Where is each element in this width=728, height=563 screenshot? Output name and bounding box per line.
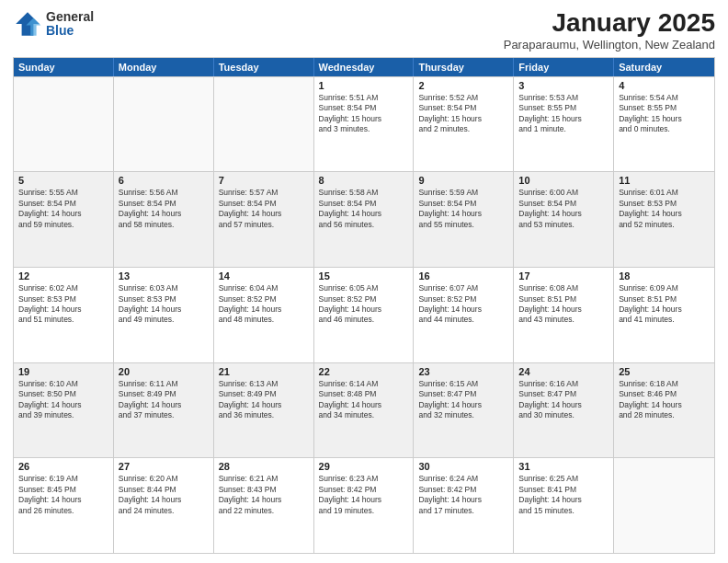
calendar-cell-empty (114, 77, 214, 172)
cell-info-text: Sunrise: 6:00 AM Sunset: 8:54 PM Dayligh… (518, 188, 609, 230)
cell-day-number: 22 (319, 366, 409, 377)
calendar-cell-18: 18Sunrise: 6:09 AM Sunset: 8:51 PM Dayli… (614, 268, 714, 362)
cell-day-number: 25 (619, 366, 710, 377)
cell-info-text: Sunrise: 6:02 AM Sunset: 8:53 PM Dayligh… (18, 283, 108, 326)
cell-info-text: Sunrise: 6:24 AM Sunset: 8:42 PM Dayligh… (418, 474, 508, 516)
cell-day-number: 6 (119, 175, 209, 186)
cell-info-text: Sunrise: 5:53 AM Sunset: 8:55 PM Dayligh… (518, 93, 609, 135)
cell-day-number: 4 (619, 80, 710, 91)
day-header-monday: Monday (114, 58, 214, 76)
calendar-cell-3: 3Sunrise: 5:53 AM Sunset: 8:55 PM Daylig… (514, 77, 614, 172)
cell-info-text: Sunrise: 5:57 AM Sunset: 8:54 PM Dayligh… (219, 188, 309, 230)
cell-day-number: 28 (219, 461, 309, 472)
cell-info-text: Sunrise: 6:04 AM Sunset: 8:52 PM Dayligh… (219, 283, 309, 326)
cell-day-number: 23 (418, 366, 508, 377)
cell-info-text: Sunrise: 5:52 AM Sunset: 8:54 PM Dayligh… (418, 93, 508, 135)
calendar-cell-25: 25Sunrise: 6:18 AM Sunset: 8:46 PM Dayli… (614, 363, 714, 458)
calendar-cell-empty (14, 77, 114, 172)
calendar-cell-9: 9Sunrise: 5:59 AM Sunset: 8:54 PM Daylig… (414, 172, 514, 267)
calendar-cell-8: 8Sunrise: 5:58 AM Sunset: 8:54 PM Daylig… (314, 172, 415, 267)
header-right: January 2025 Paraparaumu, Wellington, Ne… (504, 9, 715, 52)
cell-day-number: 10 (518, 175, 609, 186)
cell-day-number: 19 (18, 366, 108, 377)
day-header-thursday: Thursday (414, 58, 514, 76)
day-header-sunday: Sunday (14, 58, 114, 76)
cell-info-text: Sunrise: 5:54 AM Sunset: 8:55 PM Dayligh… (619, 93, 710, 135)
calendar-cell-13: 13Sunrise: 6:03 AM Sunset: 8:53 PM Dayli… (114, 268, 214, 362)
calendar-cell-2: 2Sunrise: 5:52 AM Sunset: 8:54 PM Daylig… (414, 77, 514, 172)
calendar-cell-6: 6Sunrise: 5:56 AM Sunset: 8:54 PM Daylig… (114, 172, 214, 267)
calendar-row-3: 12Sunrise: 6:02 AM Sunset: 8:53 PM Dayli… (14, 267, 714, 362)
calendar-cell-empty (214, 77, 314, 172)
cell-day-number: 2 (418, 80, 508, 91)
calendar-cell-28: 28Sunrise: 6:21 AM Sunset: 8:43 PM Dayli… (214, 458, 314, 553)
day-header-saturday: Saturday (614, 58, 714, 76)
cell-info-text: Sunrise: 5:56 AM Sunset: 8:54 PM Dayligh… (119, 188, 209, 230)
cell-day-number: 11 (619, 175, 710, 186)
cell-info-text: Sunrise: 5:59 AM Sunset: 8:54 PM Dayligh… (418, 188, 508, 230)
cell-day-number: 20 (119, 366, 209, 377)
page: General Blue January 2025 Paraparaumu, W… (0, 0, 728, 563)
location: Paraparaumu, Wellington, New Zealand (504, 38, 715, 52)
calendar-cell-23: 23Sunrise: 6:15 AM Sunset: 8:47 PM Dayli… (414, 363, 514, 458)
cell-day-number: 3 (518, 80, 609, 91)
day-header-wednesday: Wednesday (314, 58, 415, 76)
cell-info-text: Sunrise: 6:11 AM Sunset: 8:49 PM Dayligh… (119, 379, 209, 421)
cell-day-number: 31 (518, 461, 609, 472)
calendar-cell-4: 4Sunrise: 5:54 AM Sunset: 8:55 PM Daylig… (614, 77, 714, 172)
day-header-friday: Friday (514, 58, 614, 76)
cell-day-number: 12 (18, 270, 108, 282)
cell-info-text: Sunrise: 6:15 AM Sunset: 8:47 PM Dayligh… (418, 379, 508, 421)
calendar-cell-20: 20Sunrise: 6:11 AM Sunset: 8:49 PM Dayli… (114, 363, 214, 458)
calendar-cell-31: 31Sunrise: 6:25 AM Sunset: 8:41 PM Dayli… (514, 458, 614, 553)
cell-day-number: 30 (418, 461, 508, 472)
calendar-cell-7: 7Sunrise: 5:57 AM Sunset: 8:54 PM Daylig… (214, 172, 314, 267)
cell-day-number: 24 (518, 366, 609, 377)
calendar-cell-1: 1Sunrise: 5:51 AM Sunset: 8:54 PM Daylig… (314, 77, 415, 172)
calendar-cell-14: 14Sunrise: 6:04 AM Sunset: 8:52 PM Dayli… (214, 268, 314, 362)
cell-day-number: 14 (219, 270, 309, 282)
calendar-cell-15: 15Sunrise: 6:05 AM Sunset: 8:52 PM Dayli… (314, 268, 415, 362)
cell-info-text: Sunrise: 5:55 AM Sunset: 8:54 PM Dayligh… (18, 188, 108, 230)
cell-info-text: Sunrise: 6:14 AM Sunset: 8:48 PM Dayligh… (319, 379, 409, 421)
cell-info-text: Sunrise: 6:07 AM Sunset: 8:52 PM Dayligh… (418, 283, 508, 326)
cell-day-number: 13 (119, 270, 209, 282)
header: General Blue January 2025 Paraparaumu, W… (13, 9, 715, 52)
cell-day-number: 21 (219, 366, 309, 377)
cell-info-text: Sunrise: 5:51 AM Sunset: 8:54 PM Dayligh… (319, 93, 409, 135)
calendar-cell-27: 27Sunrise: 6:20 AM Sunset: 8:44 PM Dayli… (114, 458, 214, 553)
calendar: SundayMondayTuesdayWednesdayThursdayFrid… (13, 57, 715, 554)
day-header-tuesday: Tuesday (214, 58, 314, 76)
calendar-cell-26: 26Sunrise: 6:19 AM Sunset: 8:45 PM Dayli… (14, 458, 114, 553)
calendar-cell-12: 12Sunrise: 6:02 AM Sunset: 8:53 PM Dayli… (14, 268, 114, 362)
calendar-cell-22: 22Sunrise: 6:14 AM Sunset: 8:48 PM Dayli… (314, 363, 415, 458)
cell-info-text: Sunrise: 6:08 AM Sunset: 8:51 PM Dayligh… (518, 283, 609, 326)
calendar-header: SundayMondayTuesdayWednesdayThursdayFrid… (14, 58, 714, 76)
cell-info-text: Sunrise: 6:13 AM Sunset: 8:49 PM Dayligh… (219, 379, 309, 421)
cell-info-text: Sunrise: 6:01 AM Sunset: 8:53 PM Dayligh… (619, 188, 710, 230)
logo: General Blue (13, 9, 94, 39)
calendar-row-4: 19Sunrise: 6:10 AM Sunset: 8:50 PM Dayli… (14, 362, 714, 458)
calendar-cell-19: 19Sunrise: 6:10 AM Sunset: 8:50 PM Dayli… (14, 363, 114, 458)
calendar-body: 1Sunrise: 5:51 AM Sunset: 8:54 PM Daylig… (14, 76, 714, 553)
cell-info-text: Sunrise: 6:09 AM Sunset: 8:51 PM Dayligh… (619, 283, 710, 326)
cell-day-number: 7 (219, 175, 309, 186)
calendar-cell-5: 5Sunrise: 5:55 AM Sunset: 8:54 PM Daylig… (14, 172, 114, 267)
cell-info-text: Sunrise: 6:23 AM Sunset: 8:42 PM Dayligh… (319, 474, 409, 516)
cell-info-text: Sunrise: 6:16 AM Sunset: 8:47 PM Dayligh… (518, 379, 609, 421)
calendar-cell-21: 21Sunrise: 6:13 AM Sunset: 8:49 PM Dayli… (214, 363, 314, 458)
calendar-cell-16: 16Sunrise: 6:07 AM Sunset: 8:52 PM Dayli… (414, 268, 514, 362)
logo-icon (13, 9, 42, 39)
cell-day-number: 26 (18, 461, 108, 472)
cell-info-text: Sunrise: 6:19 AM Sunset: 8:45 PM Dayligh… (18, 474, 108, 516)
cell-day-number: 9 (418, 175, 508, 186)
cell-info-text: Sunrise: 6:20 AM Sunset: 8:44 PM Dayligh… (119, 474, 209, 516)
cell-info-text: Sunrise: 6:03 AM Sunset: 8:53 PM Dayligh… (119, 283, 209, 326)
calendar-cell-empty (614, 458, 714, 553)
cell-day-number: 16 (418, 270, 508, 282)
logo-blue-text: Blue (46, 24, 94, 38)
cell-info-text: Sunrise: 6:10 AM Sunset: 8:50 PM Dayligh… (18, 379, 108, 421)
cell-day-number: 8 (319, 175, 409, 186)
cell-day-number: 15 (319, 270, 409, 282)
calendar-row-5: 26Sunrise: 6:19 AM Sunset: 8:45 PM Dayli… (14, 457, 714, 553)
